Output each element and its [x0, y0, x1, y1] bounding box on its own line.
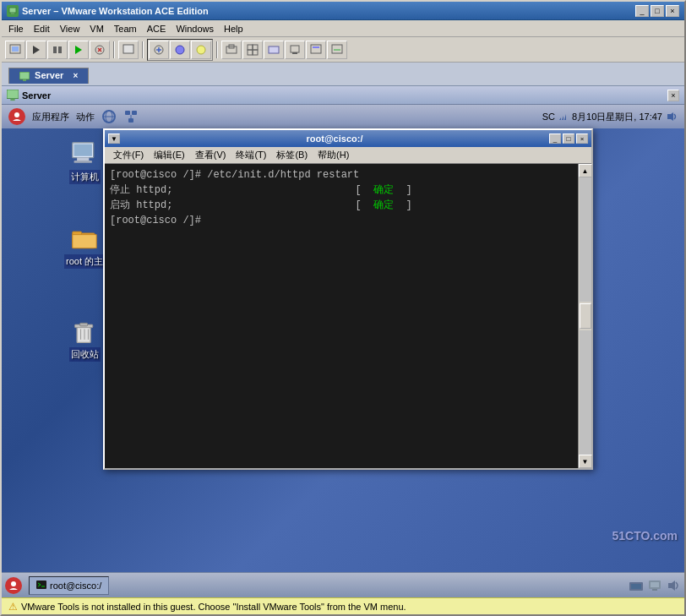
toolbar-btn-13[interactable]	[285, 41, 305, 59]
desktop-icon-folder[interactable]: root 的主	[59, 226, 110, 269]
toolbar-sep-3	[216, 41, 218, 58]
terminal-content[interactable]: [root@cisco /]# /etc/init.d/httpd restar…	[105, 164, 591, 468]
menu-team[interactable]: Team	[109, 22, 142, 35]
svg-point-30	[14, 112, 19, 117]
scroll-up-btn[interactable]: ▲	[579, 164, 592, 177]
toolbar-btn-3[interactable]	[47, 41, 68, 59]
svg-rect-36	[128, 118, 133, 123]
menu-windows[interactable]: Windows	[171, 22, 219, 35]
scroll-down-btn[interactable]: ▼	[579, 455, 592, 468]
svg-rect-29	[10, 98, 14, 101]
toolbar-btn-11[interactable]	[242, 41, 263, 59]
appbar-globe-icon	[101, 109, 117, 124]
toolbar-btn-10[interactable]	[221, 41, 242, 59]
menu-ace[interactable]: ACE	[142, 22, 172, 35]
computer-label: 计算机	[69, 170, 101, 184]
desktop: 计算机 root 的主	[2, 128, 684, 572]
scroll-track-2	[580, 330, 591, 455]
toolbar-btn-8[interactable]	[170, 41, 190, 59]
toolbar-btn-4[interactable]	[68, 41, 89, 59]
watermark: 51CTO.com	[612, 529, 678, 542]
terminal-min-btn[interactable]: _	[549, 134, 561, 144]
svg-rect-55	[631, 584, 641, 589]
close-button[interactable]: ×	[666, 5, 679, 17]
appbar-date: 8月10日星期日, 17:47	[572, 111, 662, 123]
svg-point-11	[176, 46, 184, 54]
toolbar-group-1	[147, 39, 213, 61]
svg-rect-27	[23, 79, 26, 81]
svg-rect-13	[226, 46, 237, 53]
svg-point-51	[11, 581, 16, 586]
menu-view[interactable]: View	[55, 22, 85, 35]
term-menu-terminal[interactable]: 终端(T)	[231, 148, 271, 162]
server-appbar: 应用程序 动作 SC 8月10日星期日, 17:47	[2, 105, 684, 128]
term-menu-help[interactable]: 帮助(H)	[313, 148, 354, 162]
scroll-thumb[interactable]	[580, 303, 591, 329]
terminal-scrollbar: ▲ ▼	[578, 164, 591, 468]
svg-marker-7	[75, 46, 82, 54]
status-text: VMware Tools is not installed in this gu…	[21, 602, 406, 612]
server-tab-close[interactable]: ×	[73, 71, 78, 80]
window-title: Server – VMware Workstation ACE Edition	[22, 6, 209, 16]
svg-marker-4	[33, 46, 40, 54]
toolbar-btn-14[interactable]	[306, 41, 326, 59]
maximize-button[interactable]: □	[651, 5, 664, 17]
terminal-max-btn[interactable]: □	[563, 134, 574, 144]
svg-rect-19	[269, 46, 279, 53]
toolbar-sep-2	[142, 41, 144, 58]
appbar-app-label[interactable]: 应用程序	[32, 111, 69, 123]
menu-vm[interactable]: VM	[84, 22, 109, 35]
svg-rect-0	[9, 8, 16, 13]
appbar-network-icon	[123, 109, 139, 124]
taskbar-terminal-item[interactable]: root@cisco:/	[29, 576, 109, 595]
menu-file[interactable]: File	[3, 22, 29, 35]
toolbar-btn-5[interactable]	[90, 41, 110, 59]
svg-rect-58	[652, 589, 657, 591]
svg-rect-6	[58, 46, 62, 53]
server-inner-title: Server	[22, 90, 51, 101]
toolbar-btn-6[interactable]	[118, 41, 139, 59]
svg-rect-5	[53, 46, 57, 53]
taskbar-terminal-icon	[36, 581, 46, 591]
server-inner-close[interactable]: ×	[667, 90, 679, 101]
svg-rect-15	[248, 45, 253, 50]
appbar-icon	[8, 108, 25, 125]
toolbar-btn-12[interactable]	[264, 41, 284, 59]
terminal-expand-btn[interactable]: ▼	[108, 134, 120, 144]
terminal-close-btn[interactable]: ×	[576, 134, 588, 144]
server-tab[interactable]: Server ×	[8, 68, 89, 83]
toolbar-btn-2[interactable]	[26, 41, 46, 59]
status-bar: ⚠ VMware Tools is not installed in this …	[2, 597, 684, 614]
menu-help[interactable]: Help	[219, 22, 248, 35]
desktop-icon-computer[interactable]: 计算机	[59, 141, 110, 184]
speaker-icon	[666, 111, 678, 123]
toolbar-btn-9[interactable]	[191, 41, 211, 59]
toolbar	[2, 37, 684, 63]
terminal-content-area: [root@cisco /]# /etc/init.d/httpd restar…	[105, 164, 591, 468]
svg-rect-16	[253, 45, 258, 50]
term-menu-tab[interactable]: 标签(B)	[271, 148, 313, 162]
svg-rect-23	[313, 46, 319, 48]
menu-edit[interactable]: Edit	[29, 22, 55, 35]
desktop-icon-trash[interactable]: 回收站	[59, 319, 110, 362]
term-menu-view[interactable]: 查看(V)	[190, 148, 231, 162]
appbar-right: SC 8月10日星期日, 17:47	[542, 111, 678, 123]
vm-taskbar: root@cisco:/	[2, 572, 684, 597]
toolbar-btn-7[interactable]	[149, 41, 169, 59]
appbar-status: SC	[542, 112, 555, 122]
term-menu-edit[interactable]: 编辑(E)	[149, 148, 190, 162]
appbar-action-label[interactable]: 动作	[76, 111, 95, 123]
taskbar-start-icon[interactable]	[5, 577, 22, 594]
trash-icon	[71, 319, 98, 346]
term-line-3: 启动 httpd; [ 确定 ]	[110, 198, 586, 213]
terminal-title-bar: ▼ root@cisco:/ _ □ ×	[105, 130, 591, 147]
toolbar-btn-1[interactable]	[5, 41, 25, 59]
svg-marker-38	[667, 112, 673, 121]
svg-rect-21	[292, 52, 297, 54]
main-window: Server – VMware Workstation ACE Edition …	[0, 0, 686, 616]
toolbar-btn-15[interactable]	[327, 41, 347, 59]
svg-rect-25	[334, 49, 340, 51]
minimize-button[interactable]: _	[635, 5, 649, 17]
term-menu-file[interactable]: 文件(F)	[108, 148, 149, 162]
svg-rect-57	[651, 582, 659, 587]
